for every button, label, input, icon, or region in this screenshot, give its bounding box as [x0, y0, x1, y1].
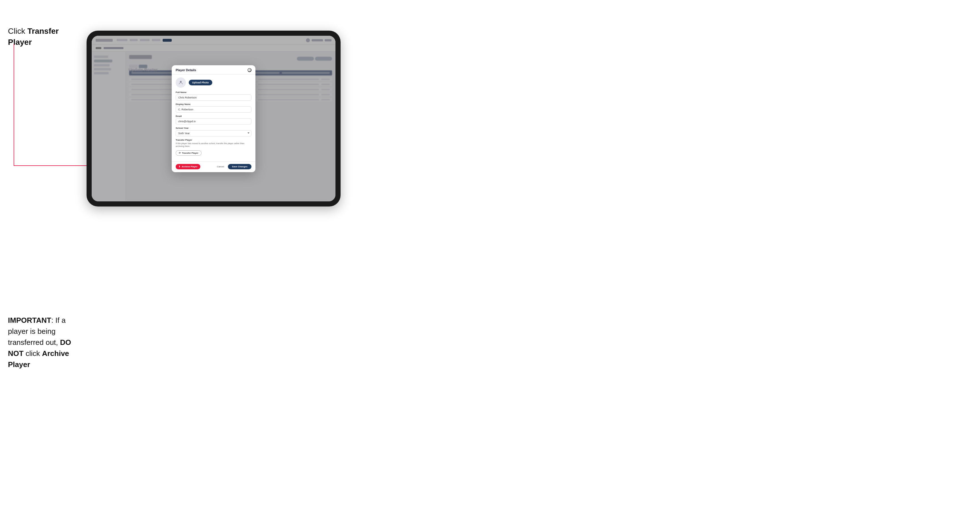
footer-right: Cancel Save Changes [215, 164, 251, 169]
full-name-label: Full Name [176, 91, 251, 94]
click-label: click [25, 349, 40, 358]
player-details-modal: Player Details × [172, 65, 255, 172]
upload-photo-button[interactable]: Upload Photo [189, 80, 212, 86]
svg-point-0 [180, 81, 181, 83]
modal-title: Player Details [176, 68, 196, 72]
click-instruction: Click Transfer Player [8, 25, 84, 48]
save-changes-button[interactable]: Save Changes [228, 164, 251, 169]
important-instruction: IMPORTANT: If a player is being transfer… [8, 184, 86, 370]
modal-close-button[interactable]: × [248, 68, 251, 72]
cancel-button[interactable]: Cancel [215, 164, 226, 169]
archive-player-button[interactable]: ⬇ Archive Player [176, 164, 200, 169]
school-year-select[interactable]: Sixth Year First Year Second Year Third … [176, 130, 251, 137]
arrow-vertical-line [14, 44, 14, 166]
transfer-description: If this player has moved to another scho… [176, 142, 251, 148]
email-input[interactable] [176, 118, 251, 124]
modal-body: Upload Photo Full Name Display Name [172, 75, 255, 161]
ipad-screen: Update Roster Player Details × [92, 36, 336, 202]
email-label: Email [176, 115, 251, 117]
display-name-input[interactable] [176, 106, 251, 113]
display-name-label: Display Name [176, 103, 251, 105]
school-year-group: School Year Sixth Year First Year Second… [176, 127, 251, 137]
modal-header: Player Details × [172, 65, 255, 75]
full-name-group: Full Name [176, 91, 251, 101]
transfer-icon: ⟳ [179, 152, 181, 154]
avatar-section: Upload Photo [176, 78, 251, 88]
transfer-player-section: Transfer Player If this player has moved… [176, 139, 251, 156]
email-group: Email [176, 115, 251, 124]
person-icon [178, 80, 183, 85]
full-name-input[interactable] [176, 94, 251, 101]
archive-btn-label: Archive Player [181, 165, 197, 168]
modal-footer: ⬇ Archive Player Cancel Save Changes [172, 161, 255, 172]
transfer-player-button[interactable]: ⟳ Transfer Player [176, 150, 202, 156]
transfer-btn-label: Transfer Player [182, 152, 198, 154]
modal-overlay: Player Details × [92, 36, 336, 202]
transfer-section-label: Transfer Player [176, 139, 251, 141]
ipad-device: Update Roster Player Details × [87, 31, 340, 206]
important-label: IMPORTANT [8, 316, 51, 324]
school-year-label: School Year [176, 127, 251, 129]
display-name-group: Display Name [176, 103, 251, 113]
archive-icon: ⬇ [178, 165, 180, 168]
instruction-panel: Click Transfer Player [8, 25, 84, 53]
avatar-circle [176, 78, 186, 88]
close-icon: × [249, 69, 250, 71]
